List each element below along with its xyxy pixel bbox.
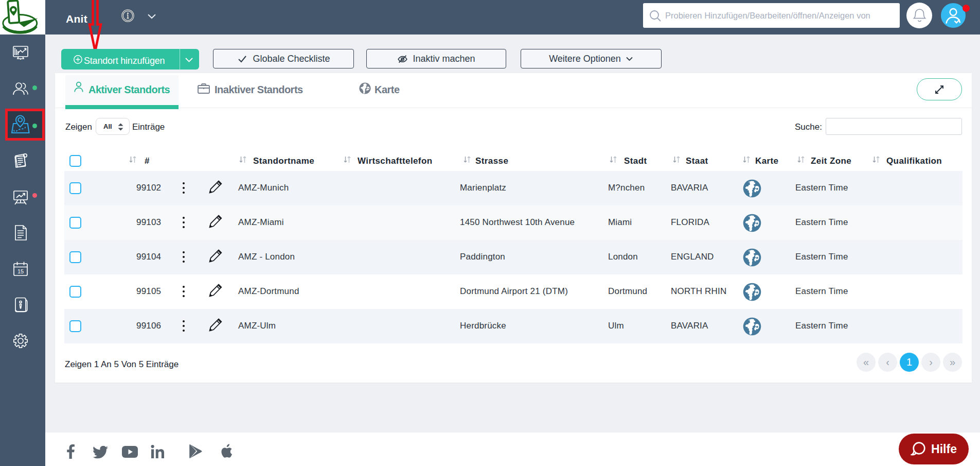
svg-text:15: 15 (17, 268, 24, 274)
